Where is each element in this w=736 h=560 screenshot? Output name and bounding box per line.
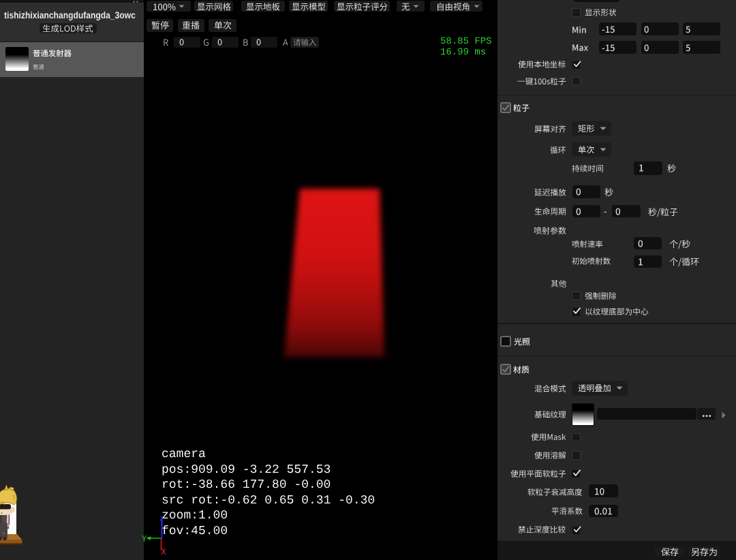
svg-text:Y: Y — [142, 535, 147, 544]
svg-text:X: X — [161, 548, 166, 557]
svg-text:z: z — [159, 514, 164, 523]
